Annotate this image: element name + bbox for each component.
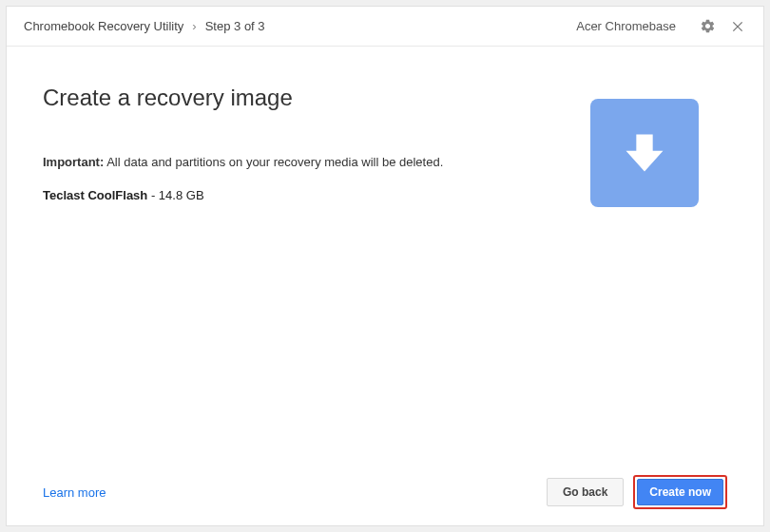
create-now-highlight: Create now	[633, 475, 727, 509]
close-icon	[731, 20, 744, 33]
settings-button[interactable]	[695, 14, 720, 39]
media-separator: -	[147, 188, 159, 202]
header-bar: Chromebook Recovery Utility › Step 3 of …	[7, 7, 763, 47]
go-back-button[interactable]: Go back	[547, 478, 624, 506]
app-title: Chromebook Recovery Utility	[24, 19, 183, 33]
content-area: Create a recovery image Important: All d…	[7, 47, 763, 459]
breadcrumb: Chromebook Recovery Utility › Step 3 of …	[24, 19, 576, 33]
gear-icon	[700, 18, 716, 34]
warning-message: All data and partitions on your recovery…	[104, 155, 443, 169]
device-name: Acer Chromebase	[576, 19, 676, 33]
create-now-button[interactable]: Create now	[637, 479, 723, 505]
learn-more-link[interactable]: Learn more	[43, 485, 106, 500]
media-size: 14.8 GB	[159, 188, 204, 202]
download-tile	[590, 99, 699, 207]
footer-bar: Learn more Go back Create now	[7, 459, 763, 525]
close-button[interactable]	[725, 14, 750, 39]
breadcrumb-separator: ›	[192, 19, 196, 33]
app-window: Chromebook Recovery Utility › Step 3 of …	[6, 6, 764, 526]
important-label: Important:	[43, 155, 104, 169]
media-name: Teclast CoolFlash	[43, 188, 147, 202]
step-label: Step 3 of 3	[205, 19, 265, 33]
download-arrow-icon	[620, 128, 669, 178]
